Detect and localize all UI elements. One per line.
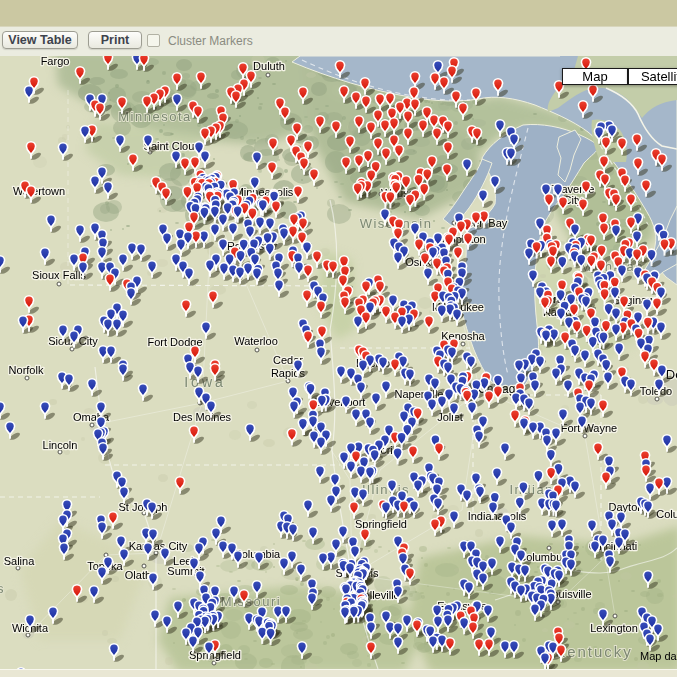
svg-text:Lincoln: Lincoln bbox=[43, 439, 78, 451]
svg-text:Norfolk: Norfolk bbox=[9, 364, 44, 376]
svg-text:Waterloo: Waterloo bbox=[234, 335, 278, 347]
svg-text:Salina: Salina bbox=[4, 555, 35, 567]
svg-text:Columbus: Columbus bbox=[656, 508, 677, 520]
svg-text:Springfield: Springfield bbox=[355, 518, 407, 530]
svg-text:Kenosha: Kenosha bbox=[441, 330, 485, 342]
svg-text:Lexington: Lexington bbox=[590, 622, 638, 634]
svg-text:Kansas: Kansas bbox=[0, 581, 5, 596]
svg-text:Map data: Map data bbox=[640, 650, 677, 662]
svg-text:Fargo: Fargo bbox=[41, 56, 70, 67]
svg-text:Duluth: Duluth bbox=[253, 60, 285, 72]
svg-text:Des Moines: Des Moines bbox=[173, 411, 232, 423]
